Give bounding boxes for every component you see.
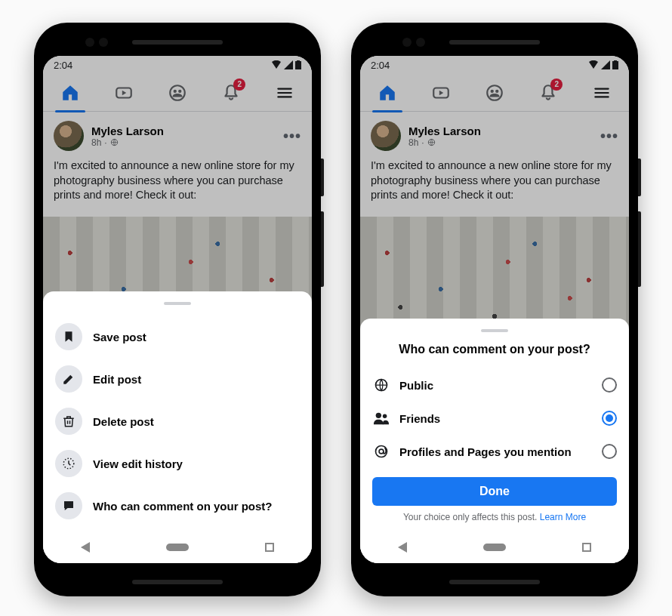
option-mentions[interactable]: Profiles and Pages you mention (372, 435, 617, 468)
at-icon (372, 442, 390, 460)
pencil-icon (55, 365, 82, 393)
menu-item-view-history[interactable]: View edit history (55, 442, 300, 485)
friends-icon (372, 409, 390, 427)
sheet-footer: Your choice only affects this post. Lear… (372, 512, 617, 522)
back-button[interactable] (398, 542, 407, 553)
menu-item-save-post[interactable]: Save post (55, 316, 300, 358)
option-friends[interactable]: Friends (372, 402, 617, 435)
svg-point-19 (379, 449, 384, 454)
android-nav-bar (43, 531, 312, 563)
done-button[interactable]: Done (372, 477, 617, 506)
home-button[interactable] (483, 544, 506, 551)
radio-checked[interactable] (602, 411, 617, 426)
recents-button[interactable] (582, 543, 591, 552)
post-options-sheet: Save post Edit post Delete post View edi… (43, 291, 312, 563)
svg-point-17 (383, 414, 387, 419)
history-icon (55, 450, 82, 477)
learn-more-link[interactable]: Learn More (540, 512, 586, 522)
sheet-grabber[interactable] (481, 329, 508, 332)
option-public[interactable]: Public (372, 368, 617, 402)
recents-button[interactable] (265, 543, 274, 552)
sheet-title: Who can comment on your post? (372, 343, 617, 356)
bookmark-icon (55, 323, 82, 350)
menu-item-edit-post[interactable]: Edit post (55, 358, 300, 400)
trash-icon (55, 408, 82, 435)
comment-icon (55, 492, 82, 519)
back-button[interactable] (81, 542, 90, 553)
radio-unchecked[interactable] (602, 377, 617, 393)
phone-mockup-right: 2:04 2 (351, 23, 638, 596)
menu-item-who-can-comment[interactable]: Who can comment on your post? (55, 485, 300, 527)
radio-unchecked[interactable] (602, 444, 617, 459)
android-nav-bar (360, 531, 629, 563)
svg-point-18 (376, 446, 387, 457)
sheet-grabber[interactable] (164, 302, 191, 305)
comment-privacy-sheet: Who can comment on your post? Public Fri… (360, 319, 629, 563)
svg-point-16 (376, 413, 381, 418)
menu-item-delete-post[interactable]: Delete post (55, 400, 300, 442)
home-button[interactable] (166, 544, 189, 551)
phone-mockup-left: 2:04 2 (34, 23, 321, 596)
globe-icon (372, 376, 390, 394)
